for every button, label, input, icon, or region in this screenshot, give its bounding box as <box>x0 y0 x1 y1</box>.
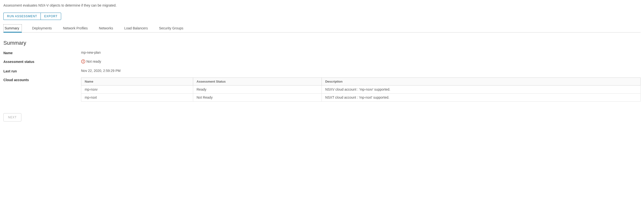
name-value: mp-new-plan <box>81 51 101 54</box>
cloud-accounts-table-wrap: Name Assessment Status Description mp-ns… <box>81 78 640 102</box>
status-label: Assessment status <box>4 59 81 64</box>
cell-description: NSXT cloud account : 'mp-nsxt' supported… <box>322 94 640 102</box>
tab-network-profiles[interactable]: Network Profiles <box>62 24 89 32</box>
tab-security-groups[interactable]: Security Groups <box>158 24 184 32</box>
col-header-name[interactable]: Name <box>81 78 193 86</box>
status-value: Not ready <box>86 60 101 63</box>
action-button-group: RUN ASSESSMENT EXPORT <box>4 13 61 20</box>
lastrun-label: Last run <box>4 69 81 73</box>
table-row: mp-nsxt Not Ready NSXT cloud account : '… <box>81 94 640 102</box>
col-header-status[interactable]: Assessment Status <box>193 78 322 86</box>
cell-name: mp-nsxt <box>81 94 193 102</box>
tab-networks[interactable]: Networks <box>98 24 114 32</box>
svg-point-2 <box>83 62 84 63</box>
tab-summary[interactable]: Summary <box>4 24 22 33</box>
section-title: Summary <box>4 40 640 46</box>
tab-deployments[interactable]: Deployments <box>31 24 53 32</box>
col-header-description[interactable]: Description <box>322 78 640 86</box>
cloud-accounts-table: Name Assessment Status Description mp-ns… <box>81 78 640 102</box>
tab-bar: Summary Deployments Network Profiles Net… <box>4 24 640 33</box>
lastrun-value: Nov 22, 2020, 2:59:29 PM <box>81 69 120 73</box>
field-assessment-status: Assessment status Not ready <box>4 59 640 64</box>
cell-name: mp-nsxv <box>81 86 193 94</box>
name-label: Name <box>4 51 81 55</box>
warning-icon <box>81 59 86 64</box>
cloud-label: Cloud accounts <box>4 78 81 82</box>
table-header-row: Name Assessment Status Description <box>81 78 640 86</box>
table-row: mp-nsxv Ready NSXV cloud account : 'mp-n… <box>81 86 640 94</box>
tab-load-balancers[interactable]: Load Balancers <box>123 24 149 32</box>
export-button[interactable]: EXPORT <box>40 13 61 20</box>
status-value-wrap: Not ready <box>81 59 101 64</box>
page-description: Assessment evaluates NSX-V objects to de… <box>4 4 640 7</box>
field-last-run: Last run Nov 22, 2020, 2:59:29 PM <box>4 69 640 73</box>
field-name: Name mp-new-plan <box>4 51 640 55</box>
cell-status: Ready <box>193 86 322 94</box>
cell-status: Not Ready <box>193 94 322 102</box>
run-assessment-button[interactable]: RUN ASSESSMENT <box>4 13 40 20</box>
cell-description: NSXV cloud account : 'mp-nsxv' supported… <box>322 86 640 94</box>
field-cloud-accounts: Cloud accounts Name Assessment Status De… <box>4 78 640 102</box>
next-button[interactable]: NEXT <box>4 113 21 121</box>
